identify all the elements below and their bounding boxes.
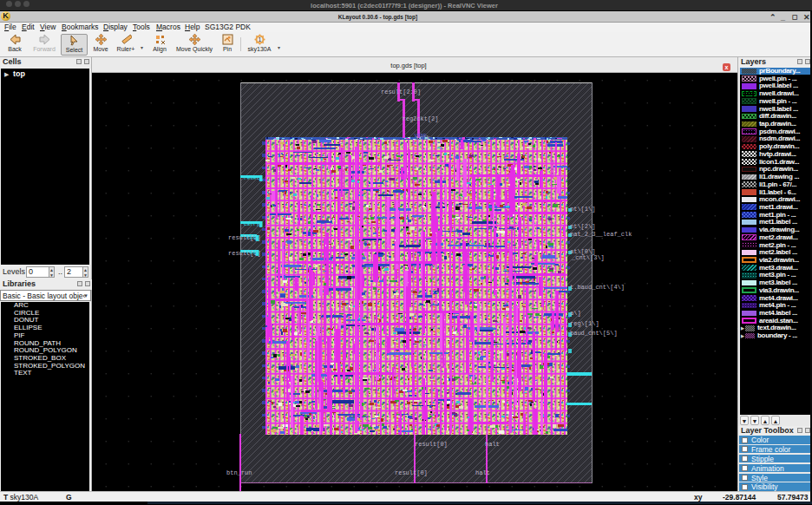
svg-text:result[2:0]: result[2:0]: [381, 89, 421, 95]
svg-text:nt\[1\]: nt\[1\]: [570, 206, 595, 213]
svg-text:reg\[1\]: reg\[1\]: [570, 320, 599, 327]
svg-text:VGND: VGND: [415, 133, 428, 139]
svg-text:nt\[2\]: nt\[2\]: [570, 223, 595, 230]
svg-text:carry█: carry█: [244, 221, 263, 227]
svg-text:result[0]: result[0]: [395, 469, 428, 476]
svg-text:1: 1: [258, 36, 261, 43]
svg-text:t.baud_cnt\[4\]: t.baud_cnt\[4\]: [570, 284, 625, 291]
svg-text:_cnt\[3\]: _cnt\[3\]: [571, 254, 605, 261]
svg-text:halt: halt: [475, 469, 490, 476]
svg-text:reset█: reset█: [244, 175, 263, 181]
svg-text:nat_2_3__leaf_clk: nat_2_3__leaf_clk: [570, 231, 632, 238]
svg-text:reg2ckt[2]: reg2ckt[2]: [403, 115, 439, 122]
svg-text:res█: res█: [246, 235, 259, 241]
svg-text:baud_cnt\[5\]: baud_cnt\[5\]: [570, 330, 618, 337]
svg-text:result[0]: result[0]: [415, 441, 448, 448]
svg-text:halt: halt: [485, 441, 500, 448]
svg-text:res█: res█: [246, 250, 259, 256]
svg-text:btn_run: btn_run: [226, 469, 252, 476]
svg-text:a\]: a\]: [570, 310, 581, 317]
